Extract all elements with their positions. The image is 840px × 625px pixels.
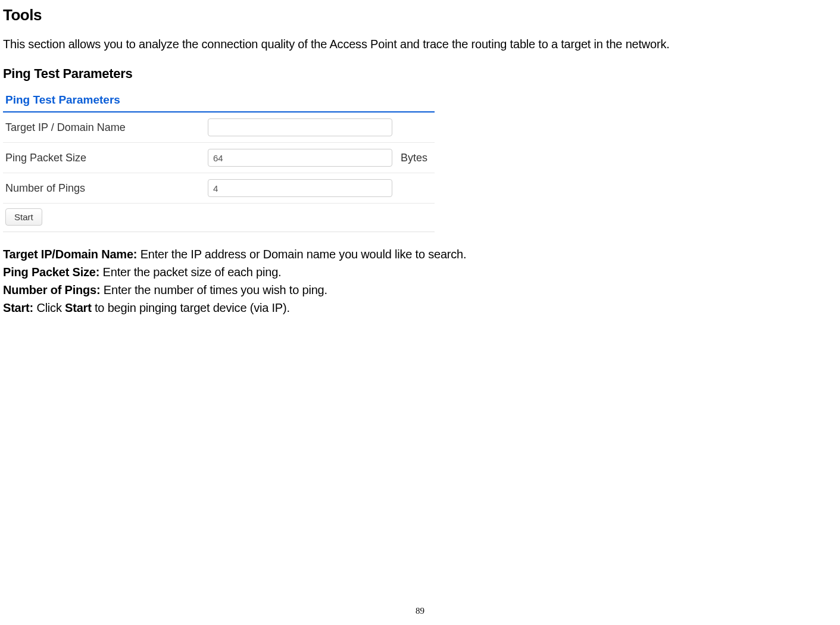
unit-bytes: Bytes: [401, 152, 427, 164]
desc-num-pings: Number of Pings: Enter the number of tim…: [3, 281, 837, 299]
desc-start-bold: Start: [65, 301, 92, 314]
button-row: Start: [3, 204, 435, 232]
intro-paragraph: This section allows you to analyze the c…: [3, 35, 837, 53]
row-packet-size: Ping Packet Size Bytes: [3, 143, 435, 173]
desc-num-pings-text: Enter the number of times you wish to pi…: [100, 283, 327, 296]
subheading: Ping Test Parameters: [3, 66, 837, 82]
label-packet-size: Ping Packet Size: [5, 152, 208, 164]
label-num-pings: Number of Pings: [5, 182, 208, 195]
desc-packet-size-label: Ping Packet Size:: [3, 265, 99, 279]
desc-start-text-after: to begin pinging target device (via IP).: [92, 301, 290, 314]
ping-test-panel: Ping Test Parameters Target IP / Domain …: [3, 92, 435, 232]
row-num-pings: Number of Pings: [3, 173, 435, 204]
desc-start-label: Start:: [3, 301, 33, 314]
desc-packet-size: Ping Packet Size: Enter the packet size …: [3, 263, 837, 281]
desc-num-pings-label: Number of Pings:: [3, 283, 100, 296]
start-button[interactable]: Start: [5, 208, 42, 226]
desc-start-text-before: Click: [33, 301, 65, 314]
section-heading: Tools: [3, 6, 837, 24]
input-num-pings[interactable]: [208, 179, 392, 197]
desc-packet-size-text: Enter the packet size of each ping.: [99, 265, 281, 279]
page-number: 89: [416, 606, 424, 616]
desc-start: Start: Click Start to begin pinging targ…: [3, 299, 837, 317]
desc-target-ip: Target IP/Domain Name: Enter the IP addr…: [3, 245, 837, 263]
row-target-ip: Target IP / Domain Name: [3, 112, 435, 143]
input-target-ip[interactable]: [208, 118, 392, 136]
desc-target-ip-text: Enter the IP address or Domain name you …: [137, 248, 466, 261]
panel-title: Ping Test Parameters: [3, 92, 435, 112]
input-packet-size[interactable]: [208, 149, 392, 167]
desc-target-ip-label: Target IP/Domain Name:: [3, 248, 137, 261]
label-target-ip: Target IP / Domain Name: [5, 121, 208, 134]
